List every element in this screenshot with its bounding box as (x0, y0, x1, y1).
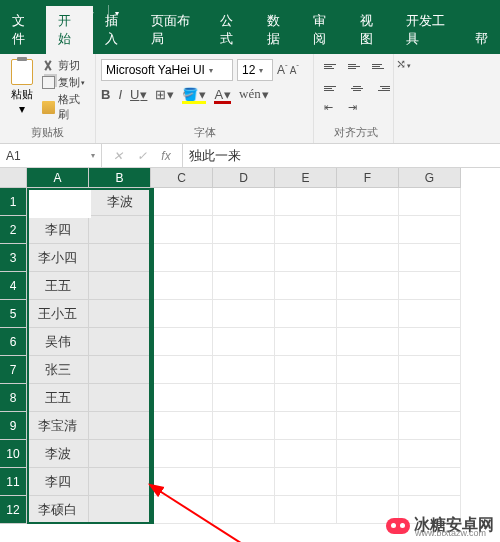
bold-button[interactable]: B (101, 87, 110, 102)
select-all-corner[interactable] (0, 168, 27, 188)
align-left-button[interactable] (324, 79, 342, 97)
cell[interactable] (151, 356, 213, 384)
enter-icon[interactable]: ✓ (137, 149, 147, 163)
cell[interactable]: 吴伟 (27, 328, 89, 356)
format-painter-button[interactable]: 格式刷 (42, 92, 90, 122)
tab-help[interactable]: 帮 (463, 24, 500, 54)
cell[interactable] (399, 300, 461, 328)
row-header[interactable]: 9 (0, 412, 27, 440)
cell[interactable] (89, 496, 151, 524)
cell[interactable]: 王五 (27, 384, 89, 412)
tab-home[interactable]: 开始 (46, 6, 92, 54)
cell[interactable] (151, 216, 213, 244)
cell[interactable] (89, 440, 151, 468)
cell[interactable] (89, 412, 151, 440)
cell[interactable] (213, 216, 275, 244)
cell[interactable] (275, 496, 337, 524)
formula-input[interactable]: 独此一来 (182, 144, 500, 167)
cell[interactable] (213, 356, 275, 384)
row-header[interactable]: 1 (0, 188, 27, 216)
cell[interactable] (151, 188, 213, 216)
cell[interactable] (151, 384, 213, 412)
underline-button[interactable]: U▾ (130, 87, 147, 102)
tab-developer[interactable]: 开发工具 (394, 6, 463, 54)
cell[interactable]: 张三 (27, 356, 89, 384)
cell[interactable] (399, 188, 461, 216)
cell[interactable] (213, 188, 275, 216)
cell[interactable] (151, 496, 213, 524)
cell[interactable] (213, 244, 275, 272)
row-header[interactable]: 10 (0, 440, 27, 468)
increase-font-button[interactable]: Aˆ (277, 63, 288, 77)
cell[interactable] (275, 272, 337, 300)
cell[interactable] (151, 440, 213, 468)
cell[interactable] (151, 328, 213, 356)
row-header[interactable]: 6 (0, 328, 27, 356)
orientation-button[interactable]: ⤭▾ (396, 57, 426, 75)
row-header[interactable]: 2 (0, 216, 27, 244)
cell[interactable]: 李宝清 (27, 412, 89, 440)
cell[interactable] (337, 440, 399, 468)
row-header[interactable]: 7 (0, 356, 27, 384)
cell[interactable] (337, 188, 399, 216)
cell[interactable] (151, 468, 213, 496)
cell[interactable] (337, 300, 399, 328)
cell[interactable] (275, 188, 337, 216)
column-header-C[interactable]: C (151, 168, 213, 188)
font-color-button[interactable]: A▾ (214, 87, 231, 102)
row-header[interactable]: 11 (0, 468, 27, 496)
tab-data[interactable]: 数据 (255, 6, 301, 54)
cell[interactable] (399, 384, 461, 412)
column-header-D[interactable]: D (213, 168, 275, 188)
cell[interactable] (399, 412, 461, 440)
row-header[interactable]: 5 (0, 300, 27, 328)
paste-button[interactable]: 粘贴 ▾ (5, 57, 38, 123)
font-name-combo[interactable]: Microsoft YaHei UI▾ (101, 59, 233, 81)
cell[interactable] (89, 384, 151, 412)
cell[interactable] (213, 300, 275, 328)
cell[interactable] (275, 216, 337, 244)
border-button[interactable]: ⊞▾ (155, 87, 174, 102)
cell[interactable] (399, 272, 461, 300)
cell[interactable]: 王小五 (27, 300, 89, 328)
fx-icon[interactable]: fx (161, 149, 170, 163)
cell[interactable] (275, 300, 337, 328)
cell[interactable] (213, 384, 275, 412)
cell[interactable] (151, 244, 213, 272)
tab-formulas[interactable]: 公式 (208, 6, 254, 54)
align-middle-button[interactable] (348, 57, 366, 75)
fill-color-button[interactable]: 🪣▾ (182, 87, 206, 102)
tab-file[interactable]: 文件 (0, 6, 46, 54)
cell[interactable] (399, 216, 461, 244)
cell[interactable] (213, 272, 275, 300)
cell[interactable] (213, 496, 275, 524)
cell[interactable] (275, 328, 337, 356)
italic-button[interactable]: I (118, 87, 122, 102)
cell[interactable] (337, 356, 399, 384)
row-header[interactable]: 8 (0, 384, 27, 412)
phonetic-button[interactable]: wén▾ (239, 86, 269, 102)
tab-page-layout[interactable]: 页面布局 (139, 6, 208, 54)
tab-review[interactable]: 审阅 (301, 6, 347, 54)
cell[interactable] (399, 356, 461, 384)
row-header[interactable]: 3 (0, 244, 27, 272)
cell[interactable] (337, 328, 399, 356)
cell[interactable]: 李波 (27, 440, 89, 468)
cell[interactable] (89, 468, 151, 496)
cell[interactable] (89, 244, 151, 272)
cell[interactable]: 王五 (27, 272, 89, 300)
cell[interactable] (89, 328, 151, 356)
cell[interactable]: 独此一来 (27, 188, 89, 216)
name-box[interactable]: A1▾ (0, 144, 102, 167)
cell[interactable] (399, 440, 461, 468)
cell[interactable] (89, 356, 151, 384)
cell[interactable] (399, 468, 461, 496)
copy-button[interactable]: 复制▾ (42, 75, 90, 90)
cell[interactable] (213, 328, 275, 356)
row-header[interactable]: 12 (0, 496, 27, 524)
align-bottom-button[interactable] (372, 57, 390, 75)
cell[interactable] (399, 328, 461, 356)
cell[interactable]: 李硕白 (27, 496, 89, 524)
column-header-F[interactable]: F (337, 168, 399, 188)
align-center-button[interactable] (348, 79, 366, 97)
